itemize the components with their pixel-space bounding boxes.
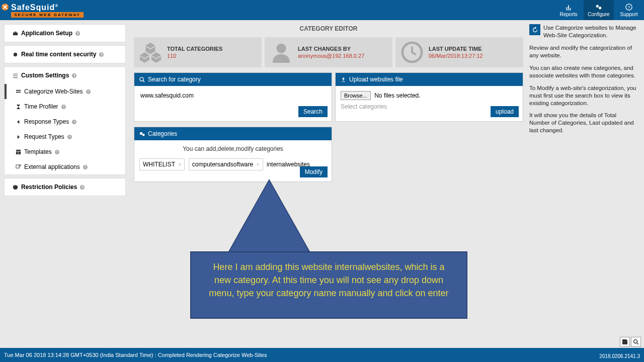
sidebar-item-request[interactable]: Request Types ? — [5, 129, 125, 144]
upload-icon — [341, 77, 346, 82]
upload-button[interactable]: upload — [491, 106, 519, 117]
logo: SafeSquid® SECURE WEB GATEWAY — [0, 0, 86, 20]
search-icon — [139, 77, 145, 82]
category-tag: WHITELIST× — [139, 158, 185, 170]
sidebar-realtime-label: Real time content security — [21, 51, 96, 58]
help-dot-icon: ? — [61, 105, 66, 109]
svg-point-7 — [14, 52, 17, 56]
svg-rect-10 — [13, 77, 18, 78]
panel-categories-title: Categories — [148, 130, 177, 137]
panel-upload: Upload websites file Browse... No files … — [335, 72, 523, 122]
nav-support-label: Support — [620, 12, 637, 17]
svg-point-17 — [276, 44, 286, 53]
panel-categories-head: Categories — [134, 127, 332, 140]
external-icon — [16, 164, 21, 170]
svg-rect-8 — [13, 73, 18, 74]
nav-support[interactable]: ? Support — [614, 0, 644, 20]
template-icon — [16, 149, 21, 155]
svg-rect-6 — [15, 31, 17, 32]
sidebar-item-response[interactable]: Response Types ? — [5, 114, 125, 129]
search-input[interactable] — [139, 91, 327, 100]
arrow-back-icon — [16, 119, 21, 125]
sidebar-custom[interactable]: Custom Settings ? — [5, 67, 125, 84]
save-icon — [622, 339, 628, 345]
panel-categories: Categories You can add,delete,modify cat… — [134, 127, 332, 182]
sidebar-item-label: Templates — [24, 148, 52, 155]
stat-update-value: 06/Mar/2018:13:27:12 — [429, 53, 483, 59]
sidebar-item-label: Request Types — [24, 133, 64, 140]
brand-name: SafeSquid — [11, 3, 55, 12]
logo-icon — [1, 3, 9, 11]
panel-search-head: Search for category — [134, 73, 332, 86]
clock-icon — [400, 41, 424, 64]
help-text: To Modify a web-site's categorization, y… — [529, 84, 638, 107]
stat-total: TOTAL CATEGORIES110 — [134, 37, 262, 67]
help-text: You can also create new categories, and … — [529, 64, 638, 79]
user-icon — [270, 41, 293, 64]
sidebar-item-external[interactable]: External applications ? — [5, 159, 125, 174]
svg-text:?: ? — [628, 5, 630, 10]
gears-icon — [595, 4, 602, 11]
stat-changes-value: anonymous@192.168.0.27 — [298, 53, 364, 59]
svg-rect-14 — [16, 151, 18, 154]
help-dot-icon: ? — [72, 120, 76, 124]
sidebar-realtime[interactable]: Real time content security ? — [5, 46, 125, 63]
brand-reg: ® — [55, 4, 58, 8]
tag-remove-icon[interactable]: × — [256, 161, 259, 167]
help-text: Review and modify the categorization of … — [529, 44, 638, 59]
nav-configure[interactable]: Configure — [584, 0, 614, 20]
footer-version: 2018.0206.2141.3 — [599, 353, 640, 359]
sidebar-item-templates[interactable]: Templates ? — [5, 144, 125, 159]
search-tool[interactable] — [631, 337, 641, 347]
help-icon: ? — [625, 4, 632, 11]
sidebar-item-time[interactable]: Time Profiler ? — [5, 99, 125, 114]
svg-rect-11 — [16, 89, 21, 90]
cogs-icon — [139, 131, 145, 137]
stat-changes: LAST CHANGES BYanonymous@192.168.0.27 — [265, 37, 392, 67]
sidebar-restriction-label: Restriction Policies — [21, 184, 77, 191]
modify-button[interactable]: Modify — [300, 166, 328, 177]
help-dot-icon: ? — [72, 73, 76, 78]
sidebar: Application Setup ? Real time content se… — [0, 20, 130, 348]
refresh-button[interactable] — [529, 24, 540, 35]
nav-reports[interactable]: Reports — [553, 0, 584, 20]
nav-reports-label: Reports — [559, 12, 577, 17]
stat-update: LAST UPDATE TIME06/Mar/2018:13:27:12 — [395, 37, 523, 67]
search-icon — [633, 339, 639, 345]
help-dot-icon: ? — [75, 31, 80, 36]
search-button[interactable]: Search — [298, 106, 328, 117]
top-nav: Reports Configure ? Support — [553, 0, 644, 20]
tag-label: computersandsoftware — [192, 161, 253, 168]
brand-tag: SECURE WEB GATEWAY — [11, 12, 84, 18]
sidebar-item-label: Time Profiler — [24, 103, 58, 110]
help-dot-icon: ? — [86, 89, 91, 94]
tag-remove-icon[interactable]: × — [178, 161, 181, 167]
sliders-icon — [13, 73, 18, 78]
category-tag: computersandsoftware× — [189, 158, 263, 170]
svg-rect-12 — [16, 92, 21, 93]
svg-point-2 — [599, 7, 601, 9]
stat-total-label: TOTAL CATEGORIES — [167, 46, 222, 52]
sidebar-item-label: External applications — [24, 163, 80, 170]
browse-button[interactable]: Browse... — [341, 91, 371, 100]
tag-label: WHITELIST — [143, 161, 175, 168]
shield-icon — [13, 185, 18, 190]
sidebar-restriction[interactable]: Restriction Policies ? — [5, 178, 125, 196]
footer: Tue Mar 06 2018 13:14:28 GMT+0530 (India… — [0, 348, 644, 362]
svg-point-1 — [596, 5, 599, 7]
help-dot-icon: ? — [83, 165, 88, 169]
sidebar-item-label: Response Types — [24, 118, 69, 125]
svg-rect-5 — [13, 32, 18, 35]
sidebar-app-setup[interactable]: Application Setup ? — [5, 25, 125, 42]
svg-point-21 — [142, 134, 145, 136]
sidebar-custom-label: Custom Settings — [21, 72, 69, 79]
svg-point-22 — [634, 340, 637, 343]
briefcase-icon — [13, 31, 18, 36]
callout-box: Here I am adding this website internalwe… — [190, 251, 467, 319]
stat-update-label: LAST UPDATE TIME — [429, 46, 483, 52]
stat-boxes: TOTAL CATEGORIES110 LAST CHANGES BYanony… — [134, 37, 523, 67]
sidebar-item-categorize[interactable]: Categorize Web-Sites ? — [5, 84, 125, 99]
save-tool[interactable] — [620, 337, 630, 347]
sidebar-item-label: Categorize Web-Sites — [24, 88, 83, 95]
cubes-icon — [139, 41, 162, 64]
